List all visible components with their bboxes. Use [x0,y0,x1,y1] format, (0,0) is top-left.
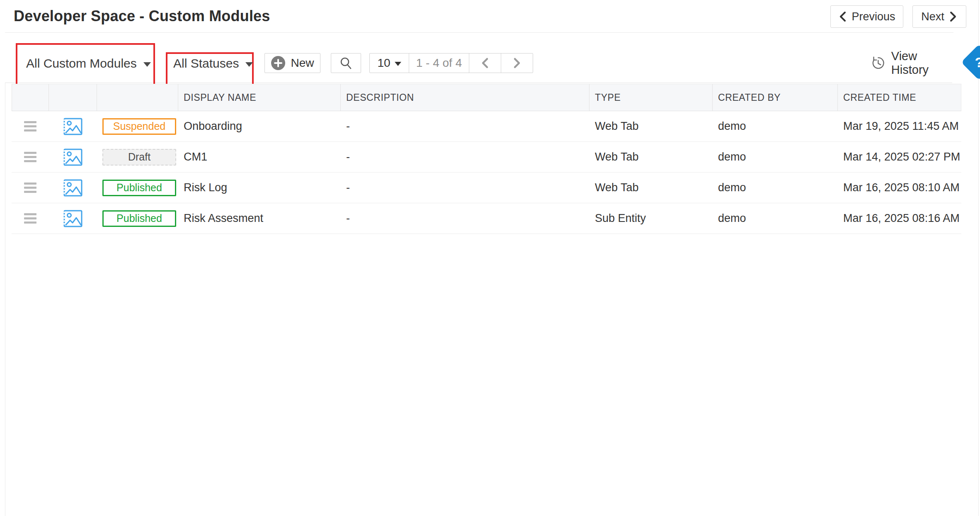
chevron-right-icon [948,10,958,23]
display-name-cell[interactable]: CM1 [178,142,341,172]
header-created-by: CREATED BY [713,84,838,111]
previous-label: Previous [851,10,895,23]
plus-circle-icon [271,56,286,71]
next-label: Next [921,10,944,23]
drag-handle-icon[interactable] [24,121,36,131]
created-time-cell: Mar 16, 2025 08:10 AM [838,173,961,203]
display-name-cell[interactable]: Risk Log [178,173,341,203]
status-badge: Draft [102,149,176,166]
type-cell: Web Tab [589,173,713,203]
drag-handle-icon[interactable] [24,213,36,224]
type-cell: Web Tab [589,142,713,172]
search-icon [340,56,353,70]
status-filter-dropdown[interactable]: All Statuses [173,54,253,73]
type-cell: Web Tab [589,111,713,141]
pagination-range-text: 1 - 4 of 4 [416,56,462,70]
header-display-name: DISPLAY NAME [178,84,341,111]
help-tab[interactable]: ? [961,44,980,80]
status-badge: Published [102,210,176,227]
table-row[interactable]: Published Risk Log - Web Tab demo Mar 16… [12,173,961,203]
drag-handle-icon[interactable] [24,152,36,162]
chevron-left-icon [838,10,847,23]
header-icon-column [49,84,97,111]
display-name-cell[interactable]: Onboarding [178,111,341,141]
pagination-bar: 10 1 - 4 of 4 [369,53,533,73]
pagination-previous-button[interactable] [469,54,501,73]
page-size-value: 10 [377,56,390,70]
row-status-cell: Suspended [97,111,178,141]
created-by-cell: demo [713,203,838,234]
row-drag-cell [12,111,49,141]
custom-modules-table: DISPLAY NAME DESCRIPTION TYPE CREATED BY… [12,84,961,234]
drag-handle-icon[interactable] [24,183,36,193]
chevron-down-icon [245,62,253,67]
question-mark-icon: ? [966,49,980,75]
row-icon-cell [49,111,97,141]
pagination-next-button[interactable] [501,54,533,73]
header-description: DESCRIPTION [341,84,589,111]
image-icon [63,118,82,135]
table-header-row: DISPLAY NAME DESCRIPTION TYPE CREATED BY… [12,84,961,111]
title-bar: Developer Space - Custom Modules [5,0,953,33]
row-status-cell: Draft [97,142,178,172]
created-by-cell: demo [713,142,838,172]
view-history-label: View History [891,49,952,77]
header-status-column [97,84,178,111]
row-icon-cell [49,203,97,234]
module-filter-dropdown[interactable]: All Custom Modules [26,54,151,73]
page-title: Developer Space - Custom Modules [14,0,270,32]
search-button[interactable] [331,53,361,73]
header-drag-handle-column [12,84,49,111]
row-status-cell: Published [97,173,178,203]
created-by-cell: demo [713,111,838,141]
history-clock-icon [871,55,885,71]
pagination-range: 1 - 4 of 4 [409,54,469,73]
description-cell: - [341,142,589,172]
developer-space-screen: Developer Space - Custom Modules Previou… [0,0,980,516]
row-drag-cell [12,142,49,172]
description-cell: - [341,173,589,203]
image-icon [63,148,82,166]
chevron-left-icon [480,57,490,69]
new-button[interactable]: New [264,53,320,73]
table-row[interactable]: Draft CM1 - Web Tab demo Mar 14, 2025 02… [12,142,961,173]
page-size-dropdown[interactable]: 10 [370,54,409,73]
row-icon-cell [49,173,97,203]
created-time-cell: Mar 16, 2025 08:16 AM [838,203,961,234]
new-button-label: New [291,56,314,70]
type-cell: Sub Entity [589,203,713,234]
description-cell: - [341,111,589,141]
view-history-button[interactable]: View History [871,53,952,73]
table-row[interactable]: Published Risk Assesment - Sub Entity de… [12,203,961,234]
status-badge: Published [102,180,176,196]
table-body: Suspended Onboarding - Web Tab demo Mar … [12,111,961,234]
created-time-cell: Mar 19, 2025 11:45 AM [838,111,961,141]
previous-button[interactable]: Previous [830,5,903,28]
status-badge: Suspended [102,118,176,135]
header-type: TYPE [589,84,713,111]
chevron-right-icon [512,57,522,69]
image-icon [63,179,82,197]
table-row[interactable]: Suspended Onboarding - Web Tab demo Mar … [12,111,961,142]
image-icon [63,210,82,227]
module-filter-value: All Custom Modules [26,56,137,71]
description-cell: - [341,203,589,234]
row-icon-cell [49,142,97,172]
status-filter-value: All Statuses [173,56,239,71]
toolbar: All Custom Modules All Statuses New 10 [5,33,952,83]
chevron-down-icon [143,62,151,67]
chevron-down-icon [395,62,401,66]
row-status-cell: Published [97,203,178,234]
created-time-cell: Mar 14, 2025 02:27 PM [838,142,961,172]
header-created-time: CREATED TIME [838,84,961,111]
display-name-cell[interactable]: Risk Assesment [178,203,341,234]
row-drag-cell [12,203,49,234]
row-drag-cell [12,173,49,203]
created-by-cell: demo [713,173,838,203]
next-button[interactable]: Next [912,5,966,28]
